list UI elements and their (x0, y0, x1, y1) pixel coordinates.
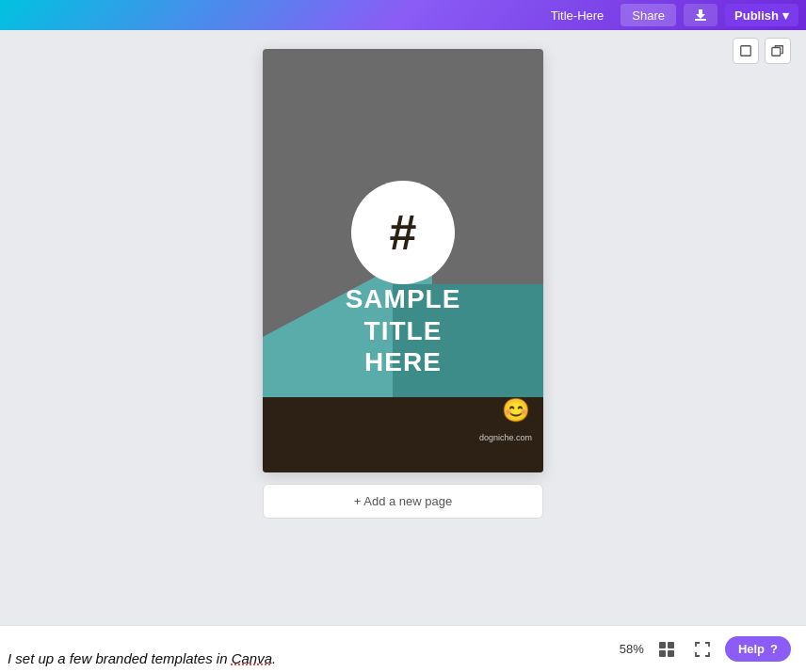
hashtag-symbol: # (390, 204, 417, 261)
copy-icon (771, 44, 784, 57)
caption-canva: Canva (232, 650, 272, 666)
website-text: dogniche.com (479, 433, 532, 442)
design-card[interactable]: # SAMPLE TITLE HERE 😊 dogniche.com (263, 49, 543, 472)
svg-rect-2 (659, 642, 666, 648)
add-page-button[interactable]: + Add a new page (263, 484, 543, 519)
svg-rect-3 (668, 642, 674, 648)
svg-rect-1 (772, 48, 781, 56)
svg-rect-0 (741, 46, 751, 56)
smiley-icon: 😊 (502, 397, 530, 424)
page-controls (733, 38, 791, 64)
caption-text-after: . (272, 650, 276, 666)
canvas-area: # SAMPLE TITLE HERE 😊 dogniche.com + Add… (0, 30, 806, 625)
download-icon (693, 8, 708, 23)
grid-view-button[interactable] (653, 636, 680, 663)
caption: I set up a few branded templates in Canv… (8, 650, 276, 666)
svg-rect-5 (668, 650, 674, 657)
title-label[interactable]: Title-Here (541, 5, 614, 26)
app-header: Title-Here Share Publish ▾ (0, 0, 806, 30)
help-button[interactable]: Help ? (725, 636, 791, 662)
download-button[interactable] (684, 4, 717, 26)
hashtag-circle: # (351, 181, 455, 284)
publish-button[interactable]: Publish ▾ (725, 4, 798, 26)
page-control-2[interactable] (765, 38, 791, 64)
zoom-level: 58% (620, 642, 644, 656)
design-title: SAMPLE TITLE HERE (263, 283, 543, 378)
page-control-1[interactable] (733, 38, 759, 64)
page-icon (739, 44, 752, 57)
help-label: Help (738, 642, 765, 656)
grid-icon (657, 640, 676, 659)
help-icon: ? (770, 642, 778, 656)
fullscreen-button[interactable] (689, 636, 716, 663)
share-button[interactable]: Share (621, 4, 676, 26)
fullscreen-icon (693, 640, 712, 659)
svg-rect-4 (659, 650, 666, 657)
caption-text-before: I set up a few branded templates in (8, 650, 232, 666)
